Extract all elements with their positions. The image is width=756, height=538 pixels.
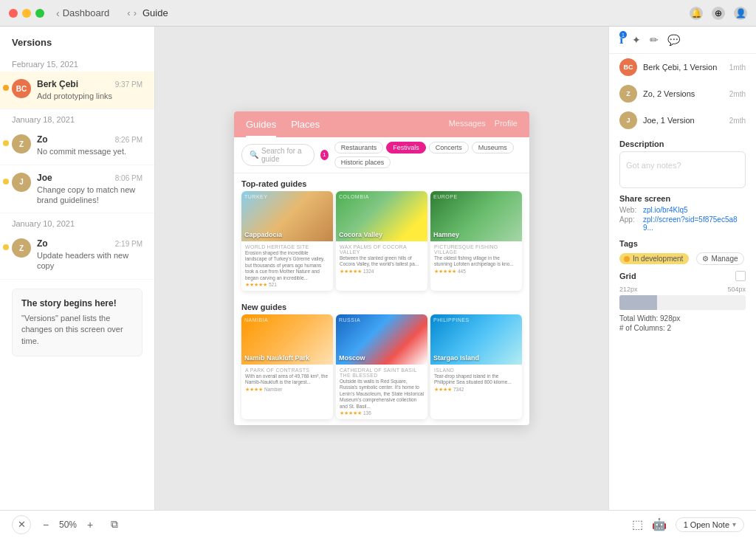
user-name-berk: Berk Çebi, 1 Version bbox=[643, 63, 724, 72]
titlebar-right-icons: 🔔 ⊕ 👤 bbox=[690, 7, 747, 20]
card-name: Hamney bbox=[433, 231, 459, 238]
filter-tags: Restaurants Festivals Concerts Museums H… bbox=[334, 142, 522, 168]
card-desc: Between the slanted green hills of Cocor… bbox=[340, 255, 424, 268]
share-web-row: Web: zpl.io/br4Klq5 bbox=[619, 206, 746, 214]
card-cocora[interactable]: COLOMBIA Cocora Valley WAX PALMS OF COCO… bbox=[336, 191, 427, 291]
titlebar: ‹ Dashboard ‹ › Guide 🔔 ⊕ 👤 bbox=[0, 0, 756, 27]
share-app-val[interactable]: zpl://screen?sid=5f875ec5a89... bbox=[643, 215, 746, 232]
mockup-link-messages[interactable]: Messages bbox=[449, 119, 486, 137]
share-web-key: Web: bbox=[619, 206, 640, 214]
edit-icon[interactable]: ✏ bbox=[650, 34, 659, 46]
description-placeholder: Got any notes? bbox=[626, 161, 681, 170]
tag-label: In development bbox=[633, 255, 683, 263]
tab-prev-button[interactable]: ‹ bbox=[127, 7, 130, 18]
version-date-1: February 15, 2021 bbox=[0, 54, 154, 72]
grid-ruler: 212px 504px bbox=[619, 286, 746, 293]
sidebar-right: ℹ 1 ✦ ✏ 💬 BC Berk Çebi, 1 Version 1mth Z… bbox=[608, 27, 756, 510]
card-desc: The oldest fishing village in the stunni… bbox=[434, 255, 518, 268]
grid-checkbox[interactable] bbox=[735, 271, 746, 281]
chat-icon[interactable]: 💬 bbox=[667, 34, 680, 46]
profile-icon[interactable]: 👤 bbox=[734, 7, 747, 20]
card-stars: ★★★★ 7342 bbox=[434, 387, 518, 393]
tag-restaurants[interactable]: Restaurants bbox=[334, 142, 384, 154]
version-item-zo1[interactable]: Z Zo 8:26 PM No commit message yet. bbox=[0, 127, 154, 165]
share-web-val[interactable]: zpl.io/br4Klq5 bbox=[643, 206, 688, 214]
user-row-berk[interactable]: BC Berk Çebi, 1 Version 1mth bbox=[609, 54, 756, 80]
card-hamney[interactable]: EUROPE Hamney PICTURESQUE FISHING VILLAG… bbox=[430, 191, 522, 291]
card-img-stargao: PHILIPPINES Stargao Island bbox=[430, 314, 522, 365]
close-button[interactable] bbox=[9, 9, 18, 18]
version-item-berk[interactable]: BC Berk Çebi 9:37 PM Add prototyping lin… bbox=[0, 72, 154, 109]
grid-col1-label: 212px bbox=[619, 286, 638, 293]
manage-button[interactable]: ⚙ Manage bbox=[696, 252, 743, 265]
version-item-zo2[interactable]: Z Zo 2:19 PM Update headers with new cop… bbox=[0, 231, 154, 280]
minimize-button[interactable] bbox=[22, 9, 31, 18]
version-header: Berk Çebi 9:37 PM bbox=[37, 79, 142, 89]
grid-total-width: Total Width: 928px bbox=[619, 314, 746, 323]
zoom-value: 50% bbox=[59, 520, 77, 530]
version-message: No commit message yet. bbox=[37, 146, 142, 156]
nav-back-button[interactable]: ‹ bbox=[56, 7, 60, 19]
card-body: WAX PALMS OF COCORA VALLEY Between the s… bbox=[336, 241, 427, 277]
card-moscow[interactable]: RUSSIA Moscow CATHEDRAL OF SAINT BASIL T… bbox=[336, 314, 427, 419]
sidebar-title: Versions bbox=[0, 27, 154, 54]
info-badge: 1 bbox=[619, 31, 627, 38]
card-img-namibia: NAMIBIA Namib Naukluft Park bbox=[241, 314, 333, 365]
info-icon[interactable]: ℹ 1 bbox=[619, 34, 623, 46]
card-name: Namib Naukluft Park bbox=[244, 354, 309, 362]
card-country: RUSSIA bbox=[339, 317, 360, 323]
tag-festivals[interactable]: Festivals bbox=[386, 142, 426, 154]
card-country: NAMIBIA bbox=[244, 317, 268, 323]
tag-concerts[interactable]: Concerts bbox=[429, 142, 469, 154]
avatar-icon[interactable]: 🤖 bbox=[652, 517, 667, 531]
search-icon: 🔍 bbox=[250, 151, 258, 159]
screen-icon[interactable]: ⬚ bbox=[632, 517, 643, 531]
mockup-tab-places[interactable]: Places bbox=[291, 119, 320, 137]
tag-in-development[interactable]: In development bbox=[619, 253, 689, 264]
version-header: Joe 8:06 PM bbox=[37, 173, 142, 183]
grid-col1-visual bbox=[619, 295, 657, 310]
card-namibia[interactable]: NAMIBIA Namib Naukluft Park A PARK OF CO… bbox=[241, 314, 333, 419]
tags-section: Tags In development ⚙ Manage bbox=[609, 239, 756, 271]
card-cappadocia[interactable]: TURKEY Cappadocia WORLD HERITAGE SITE Er… bbox=[241, 191, 333, 291]
card-count: 445 bbox=[458, 269, 466, 274]
avatar-berk: BC bbox=[619, 58, 637, 76]
right-toolbar: ℹ 1 ✦ ✏ 💬 bbox=[609, 27, 756, 54]
manage-label: Manage bbox=[711, 255, 738, 263]
tag-museums[interactable]: Museums bbox=[472, 142, 514, 154]
tab-next-button[interactable]: › bbox=[134, 7, 137, 18]
description-box[interactable]: Got any notes? bbox=[619, 151, 746, 188]
maximize-button[interactable] bbox=[35, 9, 44, 18]
open-note-button[interactable]: 1 Open Note ▾ bbox=[676, 517, 744, 532]
mockup-search-box[interactable]: 🔍 Search for a guide bbox=[241, 144, 315, 166]
copy-button[interactable]: ⧉ bbox=[105, 515, 124, 534]
traffic-lights bbox=[9, 9, 44, 18]
breadcrumb[interactable]: Dashboard bbox=[63, 7, 110, 18]
version-item-joe[interactable]: J Joe 8:06 PM Change copy to match new b… bbox=[0, 165, 154, 214]
mockup-tab-guides[interactable]: Guides bbox=[246, 119, 276, 137]
card-country: EUROPE bbox=[433, 194, 458, 199]
mockup-link-profile[interactable]: Profile bbox=[495, 119, 518, 137]
close-button[interactable]: ✕ bbox=[12, 515, 31, 534]
gear-icon: ⚙ bbox=[702, 255, 709, 263]
grid-columns: # of Columns: 2 bbox=[619, 324, 746, 332]
tag-historic[interactable]: Historic places bbox=[334, 156, 391, 168]
user-row-joe[interactable]: J Joe, 1 Version 2mth bbox=[609, 107, 756, 134]
help-icon[interactable]: ⊕ bbox=[712, 7, 725, 20]
card-body: WORLD HERITAGE SITE Erosion shaped the i… bbox=[241, 241, 333, 291]
zoom-minus-button[interactable]: − bbox=[38, 517, 53, 532]
card-stars: ★★★★★ 1324 bbox=[340, 269, 424, 275]
filter-badge: 1 bbox=[320, 150, 329, 160]
card-count: 521 bbox=[269, 282, 277, 287]
card-stargao[interactable]: PHILIPPINES Stargao Island ISLAND Tear-d… bbox=[430, 314, 522, 419]
notification-icon[interactable]: 🔔 bbox=[690, 7, 703, 20]
version-content-zo2: Zo 2:19 PM Update headers with new copy bbox=[37, 238, 142, 272]
magic-icon[interactable]: ✦ bbox=[632, 34, 641, 46]
zoom-plus-button[interactable]: + bbox=[83, 517, 97, 532]
canvas-area: Guides Places Messages Profile 🔍 Search … bbox=[155, 27, 608, 510]
card-img-hamney: EUROPE Hamney bbox=[430, 191, 522, 241]
user-row-zo[interactable]: Z Zo, 2 Versions 2mth bbox=[609, 80, 756, 107]
grid-section: Grid 212px 504px Total Width: 928px # of… bbox=[609, 271, 756, 339]
version-message: Change copy to match new brand guideline… bbox=[37, 184, 142, 206]
grid-title: Grid bbox=[619, 271, 746, 281]
